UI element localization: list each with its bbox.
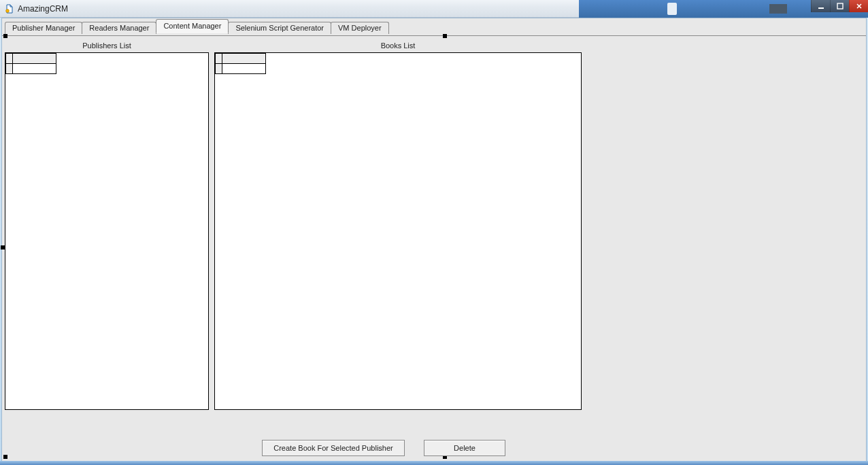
tab-publisher-manager[interactable]: Publisher Manager (5, 22, 82, 34)
svg-rect-1 (818, 7, 824, 9)
window-title: AmazingCRM (18, 4, 68, 14)
minimize-button[interactable] (811, 0, 830, 12)
close-button[interactable] (849, 0, 868, 12)
selection-handle[interactable] (3, 34, 7, 38)
delete-button[interactable]: Delete (424, 440, 505, 456)
window-body: Publisher Manager Readers Manager Conten… (1, 18, 867, 462)
publishers-grid[interactable] (5, 52, 209, 410)
selection-handle[interactable] (443, 34, 447, 38)
tab-readers-manager[interactable]: Readers Manager (82, 22, 156, 34)
books-grid[interactable] (214, 52, 582, 410)
tab-content: Publishers List Books List (2, 35, 866, 462)
svg-rect-2 (837, 3, 843, 9)
selection-handle[interactable] (3, 455, 7, 459)
svg-point-0 (6, 9, 10, 12)
window-controls (811, 0, 868, 12)
tab-content-manager[interactable]: Content Manager (156, 19, 229, 33)
tab-selenium-script-generator[interactable]: Selenium Script Generator (228, 22, 331, 34)
os-taskbar-sliver (0, 461, 868, 465)
publishers-column: Publishers List (5, 39, 209, 410)
books-grid-empty (215, 53, 266, 74)
maximize-button[interactable] (830, 0, 849, 12)
app-icon (4, 3, 15, 14)
create-book-button[interactable]: Create Book For Selected Publisher (262, 440, 405, 456)
books-column: Books List (214, 39, 582, 410)
publishers-header: Publishers List (5, 39, 209, 52)
button-row: Create Book For Selected Publisher Delet… (214, 440, 582, 456)
tab-strip: Publisher Manager Readers Manager Conten… (2, 18, 866, 33)
titlebar: AmazingCRM (0, 0, 868, 18)
books-header: Books List (214, 39, 582, 52)
publishers-grid-empty (5, 53, 56, 74)
tab-vm-deployer[interactable]: VM Deployer (331, 22, 389, 34)
